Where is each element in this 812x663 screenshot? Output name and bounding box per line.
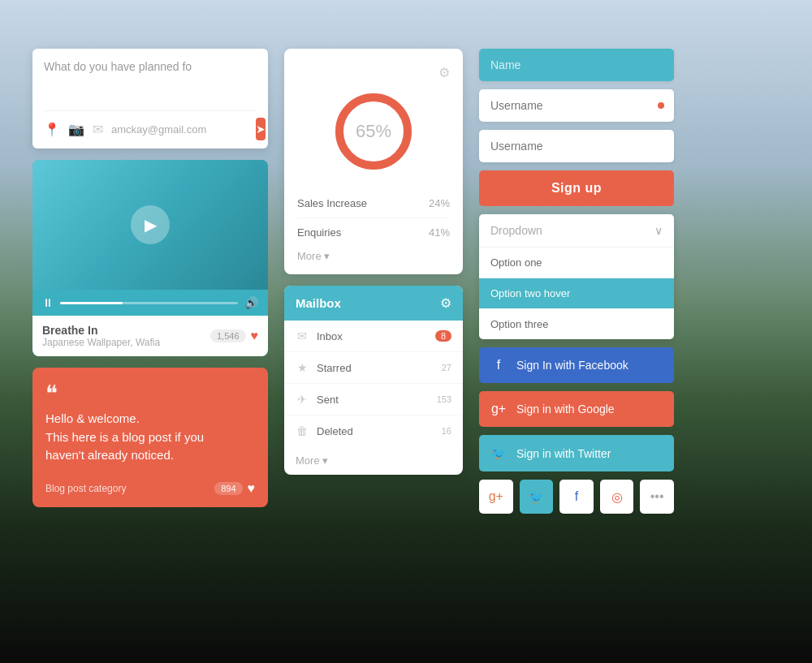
column-1: What do you have planned fo 📍 📷 ✉ ➤ ▶ ⏸ … — [32, 49, 268, 507]
google-signin-button[interactable]: g+ Sign in with Google — [479, 391, 674, 427]
deleted-icon: 🗑 — [296, 424, 309, 437]
username-input[interactable] — [479, 89, 674, 122]
social-icons-row: g+ 🐦 f ◎ ••• — [479, 480, 674, 514]
dribbble-small-icon: ◎ — [611, 489, 623, 505]
facebook-signin-button[interactable]: f Sign In with Facebook — [479, 347, 674, 383]
video-controls: ⏸ 🔊 — [32, 290, 268, 316]
text-input-card: What do you have planned fo 📍 📷 ✉ ➤ — [32, 49, 268, 149]
deleted-label: Deleted — [317, 425, 434, 437]
deleted-count: 16 — [442, 426, 451, 436]
stat-row-sales: Sales Increase 24% — [297, 189, 450, 218]
dropdown-label: Dropdown — [490, 224, 542, 237]
twitter-small-button[interactable]: 🐦 — [520, 480, 554, 514]
send-button[interactable]: ➤ — [256, 118, 266, 140]
progress-fill — [60, 302, 123, 304]
username2-input[interactable] — [479, 130, 674, 162]
dropdown-option-one[interactable]: Option one — [479, 248, 674, 278]
stat-label-sales: Sales Increase — [297, 197, 367, 209]
mailbox-title: Mailbox — [296, 296, 341, 310]
facebook-signin-label: Sign In with Facebook — [516, 359, 628, 372]
quote-mark: ❝ — [45, 382, 255, 405]
facebook-icon: f — [490, 358, 507, 372]
column-2: ⚙ 65% Sales Increase 24% Enquiries 41% — [284, 49, 463, 475]
twitter-icon: 🐦 — [490, 446, 507, 461]
sent-label: Sent — [317, 394, 429, 406]
donut-container: 65% — [297, 87, 450, 176]
stat-label-enquiries: Enquiries — [297, 226, 341, 239]
stat-val-enquiries: 41% — [429, 226, 450, 239]
facebook-small-icon: f — [575, 489, 578, 504]
song-artist: Japanese Wallpaper, Wafia — [42, 337, 160, 348]
column-3: Sign up Dropdown ∨ Option one Option two… — [479, 49, 674, 514]
inbox-icon: ✉ — [296, 329, 309, 342]
name-input[interactable] — [479, 49, 674, 81]
post-textarea[interactable]: What do you have planned fo — [44, 60, 257, 101]
more-small-icon: ••• — [650, 489, 664, 504]
google-signin-label: Sign in with Google — [516, 403, 615, 415]
stats-more-link[interactable]: More ▾ — [297, 250, 330, 262]
video-info: Breathe In Japanese Wallpaper, Wafia 1,5… — [32, 316, 268, 356]
username-input-wrap — [479, 89, 674, 122]
like-count: 1,546 — [210, 329, 246, 342]
stats-gear-icon[interactable]: ⚙ — [438, 66, 450, 80]
mail-item-starred[interactable]: ★ Starred 27 — [284, 352, 463, 384]
location-icon[interactable]: 📍 — [44, 122, 60, 137]
dropdown-option-three[interactable]: Option three — [479, 309, 674, 339]
mailbox-gear-icon[interactable]: ⚙ — [440, 295, 451, 311]
starred-label: Starred — [317, 362, 434, 374]
donut-chart: 65% — [329, 87, 418, 176]
twitter-signin-button[interactable]: 🐦 Sign in with Twitter — [479, 435, 674, 471]
blog-meta: 894 ♥ — [214, 481, 255, 496]
video-thumbnail: ▶ — [32, 160, 268, 290]
facebook-small-button[interactable]: f — [559, 480, 594, 514]
dropdown-option-two[interactable]: Option two hover — [479, 278, 674, 309]
signup-button[interactable]: Sign up — [479, 170, 674, 206]
dropdown-header[interactable]: Dropdown ∨ — [479, 214, 674, 248]
blog-count: 894 — [214, 482, 242, 495]
blog-footer: Blog post category 894 ♥ — [45, 481, 255, 496]
chevron-down-icon: ∨ — [654, 224, 663, 237]
video-meta: 1,546 ♥ — [210, 329, 258, 343]
blog-heart-icon[interactable]: ♥ — [248, 481, 256, 496]
mail-item-inbox[interactable]: ✉ Inbox 8 — [284, 321, 463, 352]
pause-icon[interactable]: ⏸ — [42, 296, 54, 309]
stats-card: ⚙ 65% Sales Increase 24% Enquiries 41% — [284, 49, 463, 274]
stat-row-enquiries: Enquiries 41% — [297, 218, 450, 247]
sent-icon: ✈ — [296, 393, 309, 406]
progress-bar[interactable] — [60, 302, 238, 304]
mail-icon[interactable]: ✉ — [93, 122, 103, 137]
donut-label: 65% — [356, 121, 391, 142]
mailbox-header: Mailbox ⚙ — [284, 286, 463, 321]
dropdown: Dropdown ∨ Option one Option two hover O… — [479, 214, 674, 339]
twitter-small-icon: 🐦 — [528, 489, 544, 505]
mailbox-card: Mailbox ⚙ ✉ Inbox 8 ★ Starred 27 ✈ Sent … — [284, 286, 463, 475]
volume-icon[interactable]: 🔊 — [244, 296, 258, 309]
video-card: ▶ ⏸ 🔊 Breathe In Japanese Wallpaper, Waf… — [32, 160, 268, 356]
heart-icon[interactable]: ♥ — [251, 329, 259, 343]
blog-card: ❝ Hello & welcome.This here is a blog po… — [32, 368, 268, 507]
camera-icon[interactable]: 📷 — [68, 122, 84, 137]
inbox-label: Inbox — [317, 330, 427, 342]
google-small-icon: g+ — [489, 489, 503, 504]
play-button[interactable]: ▶ — [131, 205, 170, 244]
starred-icon: ★ — [296, 361, 309, 374]
google-icon: g+ — [490, 402, 507, 416]
song-title: Breathe In — [42, 324, 160, 337]
blog-text: Hello & welcome.This here is a blog post… — [45, 410, 255, 465]
dribbble-small-button[interactable]: ◎ — [600, 480, 634, 514]
input-error-dot — [658, 102, 664, 109]
sent-count: 153 — [437, 394, 451, 404]
mail-item-deleted[interactable]: 🗑 Deleted 16 — [284, 415, 463, 446]
email-input[interactable] — [111, 123, 248, 136]
google-small-button[interactable]: g+ — [479, 480, 513, 514]
more-small-button[interactable]: ••• — [640, 480, 674, 514]
blog-category: Blog post category — [45, 483, 126, 494]
stat-val-sales: 24% — [429, 197, 450, 209]
mail-item-sent[interactable]: ✈ Sent 153 — [284, 384, 463, 415]
twitter-signin-label: Sign in with Twitter — [516, 447, 611, 460]
starred-count: 27 — [442, 363, 451, 372]
inbox-badge: 8 — [435, 330, 451, 342]
mailbox-more-link[interactable]: More ▾ — [284, 446, 339, 475]
